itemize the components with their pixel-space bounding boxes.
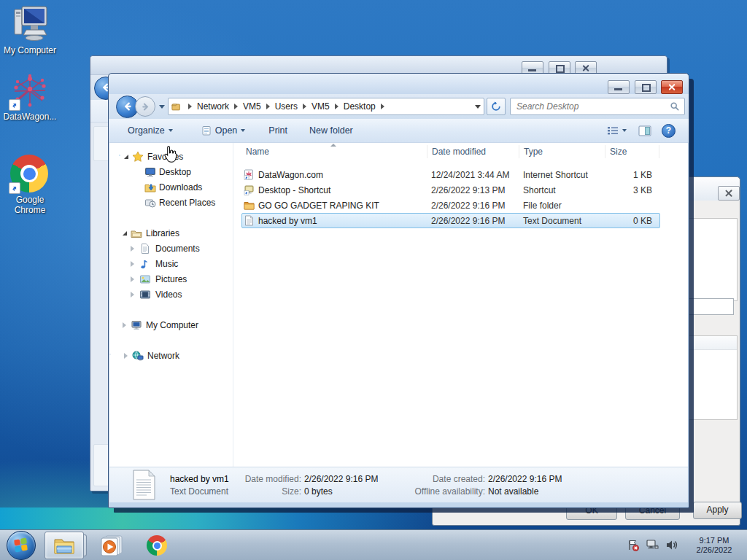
explorer-folder-icon xyxy=(53,536,75,555)
taskbar-button-explorer[interactable] xyxy=(44,532,84,559)
favorites-hover-highlight xyxy=(119,155,120,156)
taskbar-clock[interactable]: 9:17 PM 2/26/2022 xyxy=(689,536,740,555)
sidebar-item-pictures[interactable]: Pictures xyxy=(109,271,233,287)
file-type: Shortcut xyxy=(519,185,605,195)
breadcrumb-separator xyxy=(234,104,238,109)
preview-pane-button[interactable] xyxy=(638,125,651,136)
expander-closed-icon[interactable] xyxy=(131,261,134,267)
action-center-flag-icon[interactable] xyxy=(627,539,640,552)
sidebar-item-label: Libraries xyxy=(146,228,179,238)
sidebar-item-network[interactable]: Network xyxy=(109,348,233,363)
network-tray-icon[interactable] xyxy=(646,539,659,551)
recent-pages-dropdown[interactable] xyxy=(159,105,165,109)
file-list: Name Date modified Type Size DataWagon.c… xyxy=(233,143,688,467)
expander-open-icon[interactable] xyxy=(123,231,127,236)
sidebar-item-my-computer[interactable]: My Computer xyxy=(109,317,233,332)
start-button[interactable] xyxy=(7,531,36,560)
navigation-bar: Network VM5 Users VM5 Desktop xyxy=(109,94,689,119)
breadcrumb-item-vm5-2[interactable]: VM5 xyxy=(311,101,330,112)
file-size: 0 KB xyxy=(605,216,658,226)
maximize-button[interactable] xyxy=(635,80,657,94)
open-button[interactable]: Open xyxy=(202,125,246,136)
file-row-selected[interactable]: hacked by vm1 2/26/2022 9:16 PM Text Doc… xyxy=(241,213,660,228)
column-header-date-modified[interactable]: Date modified xyxy=(427,145,519,158)
column-header-name[interactable]: Name xyxy=(241,145,427,158)
help-button[interactable]: ? xyxy=(662,124,676,138)
sidebar-item-documents[interactable]: Documents xyxy=(109,241,233,256)
open-label: Open xyxy=(215,125,238,136)
dialog-close-button[interactable] xyxy=(718,186,740,201)
windows-logo-icon xyxy=(14,537,27,552)
file-type: Internet Shortcut xyxy=(519,170,605,180)
date-modified-value: 2/26/2022 9:16 PM xyxy=(304,474,399,484)
minimize-button[interactable] xyxy=(608,80,630,94)
desktop-icon-google-chrome[interactable]: Google Chrome xyxy=(1,155,58,215)
apply-button[interactable]: Apply xyxy=(693,502,742,519)
breadcrumb-item-vm5[interactable]: VM5 xyxy=(243,101,261,112)
volume-icon[interactable] xyxy=(665,539,678,551)
desktop-icon-my-computer[interactable]: My Computer xyxy=(1,5,58,55)
sidebar-item-desktop[interactable]: Desktop xyxy=(109,164,233,179)
expander-closed-icon[interactable] xyxy=(124,353,128,359)
print-button[interactable]: Print xyxy=(268,125,287,136)
file-row[interactable]: DataWagon.com 12/24/2021 3:44 AM Interne… xyxy=(241,167,660,182)
refresh-button[interactable] xyxy=(487,98,506,115)
breadcrumb-item-desktop[interactable]: Desktop xyxy=(344,101,376,112)
organize-button[interactable]: Organize xyxy=(128,125,173,136)
explorer-window[interactable]: Network VM5 Users VM5 Desktop xyxy=(108,73,689,508)
breadcrumb-item-users[interactable]: Users xyxy=(275,101,298,112)
computer-icon xyxy=(131,319,142,331)
expander-closed-icon[interactable] xyxy=(131,276,134,282)
breadcrumb-separator xyxy=(266,104,270,109)
expander-closed-icon[interactable] xyxy=(123,322,126,328)
clock-time: 9:17 PM xyxy=(689,536,740,545)
sidebar-item-music[interactable]: Music xyxy=(109,256,233,271)
address-bar[interactable]: Network VM5 Users VM5 Desktop xyxy=(168,98,484,115)
column-header-type[interactable]: Type xyxy=(519,145,605,158)
column-headers: Name Date modified Type Size xyxy=(241,143,660,160)
sidebar-item-downloads[interactable]: Downloads xyxy=(109,179,233,195)
new-folder-button[interactable]: New folder xyxy=(309,125,353,136)
preview-pane-icon xyxy=(638,125,651,136)
file-date: 12/24/2021 3:44 AM xyxy=(427,170,519,180)
date-modified-label: Date modified: xyxy=(240,474,301,484)
sidebar-item-favorites[interactable]: Favorites xyxy=(109,149,233,164)
desktop-icon-datawagon[interactable]: DataWagon... xyxy=(1,71,58,122)
expander-closed-icon[interactable] xyxy=(131,292,134,298)
new-folder-label: New folder xyxy=(309,125,353,136)
column-header-size[interactable]: Size xyxy=(605,145,659,158)
organize-label: Organize xyxy=(128,125,165,136)
date-created-label: Date created: xyxy=(402,474,485,484)
sidebar-item-label: My Computer xyxy=(146,320,198,330)
sidebar-item-recent-places[interactable]: Recent Places xyxy=(109,195,233,210)
sidebar-item-videos[interactable]: Videos xyxy=(109,287,233,302)
file-type: Text Document xyxy=(519,216,605,226)
expander-open-icon[interactable] xyxy=(124,155,128,159)
forward-button[interactable] xyxy=(135,96,155,117)
chevron-down-icon xyxy=(241,129,245,132)
downloads-icon xyxy=(144,182,156,193)
sidebar-item-label: Pictures xyxy=(155,274,187,284)
file-row[interactable]: Desktop - Shortcut 2/26/2022 9:13 PM Sho… xyxy=(241,182,660,198)
address-dropdown-arrow[interactable] xyxy=(475,105,481,109)
sidebar-item-label: Desktop xyxy=(159,167,191,177)
sidebar-item-libraries[interactable]: Libraries xyxy=(109,225,233,241)
sidebar-item-label: Recent Places xyxy=(159,198,215,208)
change-view-button[interactable] xyxy=(607,125,627,136)
search-input[interactable] xyxy=(515,101,670,112)
taskbar-button-chrome[interactable] xyxy=(141,532,173,559)
file-row[interactable]: GO GO GADGET RAPING KIT 2/26/2022 9:16 P… xyxy=(241,198,660,213)
breadcrumb-item-network[interactable]: Network xyxy=(197,101,229,112)
offline-availability-label: Offline availability: xyxy=(402,486,485,497)
expander-closed-icon[interactable] xyxy=(131,246,134,252)
offline-availability-value: Not available xyxy=(488,486,562,497)
size-label: Size: xyxy=(240,486,301,497)
search-box[interactable] xyxy=(510,98,685,115)
close-button[interactable] xyxy=(661,80,683,94)
network-icon xyxy=(132,350,144,362)
taskbar-button-media-player[interactable] xyxy=(96,532,128,559)
file-size: 1 KB xyxy=(605,170,658,180)
explorer-titlebar[interactable] xyxy=(109,74,689,94)
desktop-icon-label: Google Chrome xyxy=(7,195,53,215)
file-type: File folder xyxy=(519,201,605,211)
